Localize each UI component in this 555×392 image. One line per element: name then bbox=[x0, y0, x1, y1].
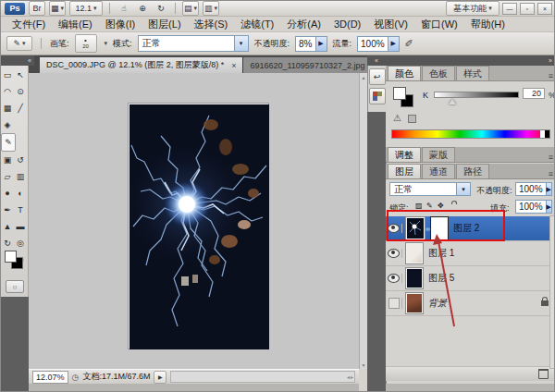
panel-menu-icon[interactable]: ≡ bbox=[549, 153, 553, 162]
layer-name[interactable]: 图层 5 bbox=[428, 272, 454, 285]
k-value-input[interactable]: 20 bbox=[523, 88, 545, 99]
visibility-toggle[interactable] bbox=[386, 224, 402, 233]
layer-thumbnail[interactable] bbox=[406, 293, 423, 313]
close-tab-icon[interactable]: × bbox=[231, 61, 236, 70]
lock-transparent-pixels-icon[interactable]: ▨ bbox=[415, 202, 423, 210]
vertical-scrollbar[interactable]: ▲ ▼ bbox=[359, 73, 367, 369]
screen-mode-button[interactable]: ▥ ▾ bbox=[203, 1, 219, 16]
visibility-toggle[interactable] bbox=[386, 298, 402, 309]
visibility-checkbox[interactable] bbox=[388, 298, 400, 309]
restore-button[interactable]: ▫ bbox=[520, 3, 535, 15]
canvas-area[interactable] bbox=[29, 73, 359, 369]
lock-image-pixels-icon[interactable]: ✎ bbox=[426, 202, 433, 210]
pen-tool[interactable]: ✒ bbox=[1, 202, 14, 218]
foreground-color-swatch[interactable] bbox=[5, 251, 17, 263]
layer-row-selected[interactable]: ∞ 图层 2 bbox=[386, 216, 555, 241]
quick-selection-tool[interactable]: ⊙ bbox=[14, 83, 27, 100]
layer-blend-mode-select[interactable]: 正常 ▾ bbox=[389, 182, 471, 196]
tab-masks[interactable]: 蒙版 bbox=[422, 147, 455, 162]
path-selection-tool[interactable]: ▲ bbox=[1, 218, 14, 235]
hand-tool-shortcut[interactable]: ☝ bbox=[117, 2, 131, 15]
scroll-left-icon[interactable]: ◂ bbox=[347, 374, 350, 380]
doc-tab-1[interactable]: DSC_0009.JPG @ 12.1% (图层 2, 图层蒙版/8) * × bbox=[40, 57, 243, 73]
spot-healing-brush-tool[interactable]: ◈ bbox=[1, 116, 14, 133]
tab-swatches[interactable]: 色板 bbox=[422, 66, 455, 80]
menu-help[interactable]: 帮助(H) bbox=[465, 17, 511, 32]
zoom-tool-shortcut[interactable]: ⊕ bbox=[135, 2, 150, 15]
layer-thumbnail[interactable] bbox=[406, 217, 425, 239]
close-button[interactable]: × bbox=[537, 3, 552, 15]
menu-analysis[interactable]: 分析(A) bbox=[281, 17, 327, 32]
icon-dock-header[interactable]: « bbox=[367, 55, 386, 66]
layer-name[interactable]: 图层 2 bbox=[453, 222, 479, 235]
tab-styles[interactable]: 样式 bbox=[456, 66, 489, 80]
history-panel-button[interactable]: ↩ bbox=[369, 68, 386, 85]
zoom-level-dropdown[interactable]: 12.1 ▾ bbox=[69, 1, 103, 16]
panel-menu-icon[interactable]: ≡ bbox=[549, 169, 553, 178]
k-slider-thumb[interactable] bbox=[449, 99, 456, 104]
menu-view[interactable]: 视图(V) bbox=[368, 17, 413, 32]
tab-paths[interactable]: 路径 bbox=[456, 164, 489, 178]
tools-panel-header[interactable]: « bbox=[1, 55, 34, 66]
crop-tool[interactable]: ▦ bbox=[1, 100, 14, 116]
layer-fill-input[interactable]: 100% ▶ bbox=[515, 200, 552, 214]
panel-dock-header[interactable]: » bbox=[386, 55, 555, 66]
minimize-button[interactable]: — bbox=[502, 3, 517, 15]
layer-mask-thumbnail[interactable] bbox=[431, 217, 448, 239]
panel-scrollbar[interactable] bbox=[549, 215, 555, 369]
spectrum-black-chip[interactable] bbox=[545, 130, 549, 138]
dodge-tool[interactable]: ◐ bbox=[14, 185, 27, 202]
bridge-launch-button[interactable]: Br bbox=[29, 1, 45, 16]
workspace-switcher[interactable]: 基本功能 ▾ bbox=[446, 1, 500, 16]
swatches-panel-button[interactable] bbox=[369, 88, 386, 104]
tab-adjustments[interactable]: 调整 bbox=[388, 147, 421, 162]
layer-thumbnail[interactable] bbox=[406, 243, 423, 263]
menu-image[interactable]: 图像(I) bbox=[100, 17, 141, 32]
tab-layers[interactable]: 图层 bbox=[388, 164, 421, 178]
document-image[interactable] bbox=[129, 104, 268, 349]
menu-layer[interactable]: 图层(L) bbox=[142, 17, 186, 32]
lock-position-icon[interactable]: ✥ bbox=[438, 202, 444, 210]
delete-layer-icon[interactable] bbox=[538, 369, 549, 379]
scroll-down-icon[interactable]: ▼ bbox=[360, 361, 367, 369]
brush-tool[interactable]: ✎ bbox=[1, 133, 16, 152]
clone-stamp-tool[interactable]: ▣ bbox=[1, 152, 14, 168]
color-spectrum-ramp[interactable] bbox=[391, 129, 550, 139]
brush-size-picker[interactable]: • 20 bbox=[75, 34, 97, 53]
view-extras-button[interactable]: ▦ ▾ bbox=[49, 1, 66, 16]
scroll-up-icon[interactable]: ▲ bbox=[360, 73, 367, 81]
layer-row[interactable]: 图层 5 bbox=[386, 266, 555, 291]
menu-file[interactable]: 文件(F) bbox=[6, 17, 51, 32]
doc-tab-2[interactable]: 6916620_110959710327_2.jpg × bbox=[243, 57, 384, 73]
layer-row[interactable]: 图层 1 bbox=[386, 241, 555, 266]
type-tool[interactable]: T bbox=[14, 202, 27, 218]
panel-menu-icon[interactable]: ≡ bbox=[549, 71, 553, 80]
move-tool[interactable]: ↖ bbox=[14, 67, 27, 83]
visibility-toggle[interactable] bbox=[386, 274, 402, 283]
layer-name[interactable]: 图层 1 bbox=[428, 247, 454, 260]
flow-input[interactable]: 100% ▶ bbox=[357, 36, 400, 52]
foreground-color-swatch[interactable] bbox=[393, 87, 406, 100]
quick-mask-button[interactable]: ○ bbox=[6, 280, 24, 293]
menu-filter[interactable]: 滤镜(T) bbox=[235, 17, 279, 32]
opacity-input[interactable]: 8% ▶ bbox=[295, 36, 327, 52]
brush-tool-preset[interactable]: ✎ ▾ bbox=[6, 36, 32, 51]
shape-tool[interactable]: ▬ bbox=[14, 218, 27, 235]
airbrush-toggle[interactable]: ✐ bbox=[405, 38, 413, 50]
gamut-swatch[interactable] bbox=[408, 115, 416, 123]
status-options-button[interactable]: ▶ bbox=[154, 371, 166, 384]
arrange-documents-button[interactable]: ▤ ▾ bbox=[182, 1, 199, 16]
history-brush-tool[interactable]: ↺ bbox=[14, 152, 27, 168]
zoom-percent-input[interactable]: 12.07% bbox=[32, 371, 68, 384]
blend-mode-select[interactable]: 正常 ▾ bbox=[138, 35, 249, 52]
rotate-view-button[interactable]: ↻ bbox=[154, 2, 168, 15]
tab-channels[interactable]: 通道 bbox=[422, 164, 455, 178]
k-slider-track[interactable] bbox=[434, 92, 519, 98]
menu-edit[interactable]: 编辑(E) bbox=[53, 17, 98, 32]
eyedropper-tool[interactable]: ╱ bbox=[14, 100, 27, 116]
scroll-right-icon[interactable]: ▸ bbox=[351, 374, 353, 380]
layer-name[interactable]: 背景 bbox=[428, 297, 447, 310]
gradient-tool[interactable]: ▥ bbox=[14, 168, 27, 185]
blur-tool[interactable]: ● bbox=[1, 185, 14, 202]
menu-select[interactable]: 选择(S) bbox=[189, 17, 234, 32]
